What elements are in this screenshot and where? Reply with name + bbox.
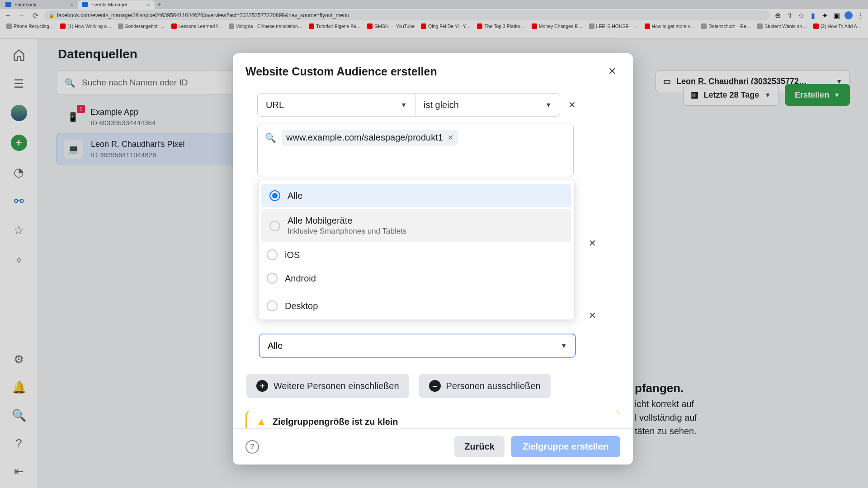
- chevron-down-icon: ▼: [545, 101, 552, 108]
- radio-icon: [267, 300, 278, 311]
- url-field-select[interactable]: URL ▼: [257, 93, 415, 117]
- custom-audience-modal: Website Custom Audience erstellen ✕ URL …: [233, 53, 633, 465]
- modal-title: Website Custom Audience erstellen: [245, 65, 437, 78]
- operator-label: ist gleich: [424, 100, 459, 110]
- help-icon[interactable]: ?: [245, 440, 259, 454]
- device-option-desktop[interactable]: Desktop: [259, 294, 574, 318]
- device-option-ios[interactable]: iOS: [259, 243, 574, 267]
- url-chip: www.example.com/salespage/produkt1 ✕: [282, 130, 458, 145]
- divider: [267, 292, 566, 292]
- device-selected-label: Alle: [268, 341, 283, 351]
- remove-filter-icon[interactable]: ✕: [564, 97, 580, 113]
- option-label: Desktop: [285, 301, 318, 311]
- remove-chip-icon[interactable]: ✕: [448, 133, 453, 142]
- device-options-dropdown: Alle Alle Mobilgeräte Inklusive Smartpho…: [258, 180, 575, 320]
- exclude-button[interactable]: – Personen ausschließen: [419, 374, 551, 398]
- close-icon[interactable]: ✕: [604, 63, 620, 80]
- option-sublabel: Inklusive Smartphones und Tablets: [288, 227, 406, 236]
- option-label: Alle Mobilgeräte: [288, 216, 406, 226]
- search-icon: 🔍: [265, 132, 276, 143]
- include-label: Weitere Personen einschließen: [274, 381, 399, 391]
- option-label: iOS: [285, 250, 300, 260]
- chevron-down-icon: ▼: [401, 101, 407, 108]
- device-select[interactable]: Alle ▼: [259, 334, 576, 357]
- plus-circle-icon: +: [256, 380, 268, 392]
- radio-icon: [269, 190, 280, 201]
- radio-icon: [267, 273, 278, 284]
- include-more-button[interactable]: + Weitere Personen einschließen: [246, 374, 409, 398]
- option-label: Android: [285, 273, 316, 284]
- remove-device-icon[interactable]: ✕: [584, 307, 600, 324]
- exclude-label: Personen ausschließen: [446, 381, 541, 391]
- url-values-input[interactable]: 🔍 www.example.com/salespage/produkt1 ✕: [257, 123, 574, 177]
- url-chip-text: www.example.com/salespage/produkt1: [286, 132, 443, 143]
- option-label: Alle: [288, 191, 302, 201]
- radio-icon: [269, 221, 280, 231]
- warning-triangle-icon: ▲: [256, 416, 266, 427]
- radio-icon: [267, 249, 278, 260]
- remove-section-icon[interactable]: ✕: [584, 235, 600, 251]
- device-option-all[interactable]: Alle: [261, 184, 571, 207]
- warning-text: Zielgruppengröße ist zu klein: [273, 417, 398, 427]
- device-option-mobile[interactable]: Alle Mobilgeräte Inklusive Smartphones u…: [261, 209, 571, 242]
- device-option-android[interactable]: Android: [259, 267, 574, 290]
- url-field-label: URL: [266, 100, 284, 110]
- warning-banner: ▲ Zielgruppengröße ist zu klein: [245, 411, 620, 428]
- chevron-down-icon: ▼: [561, 342, 567, 349]
- minus-circle-icon: –: [429, 380, 441, 392]
- create-audience-button[interactable]: Zielgruppe erstellen: [511, 436, 620, 457]
- back-button[interactable]: Zurück: [454, 436, 505, 457]
- operator-select[interactable]: ist gleich ▼: [415, 93, 560, 117]
